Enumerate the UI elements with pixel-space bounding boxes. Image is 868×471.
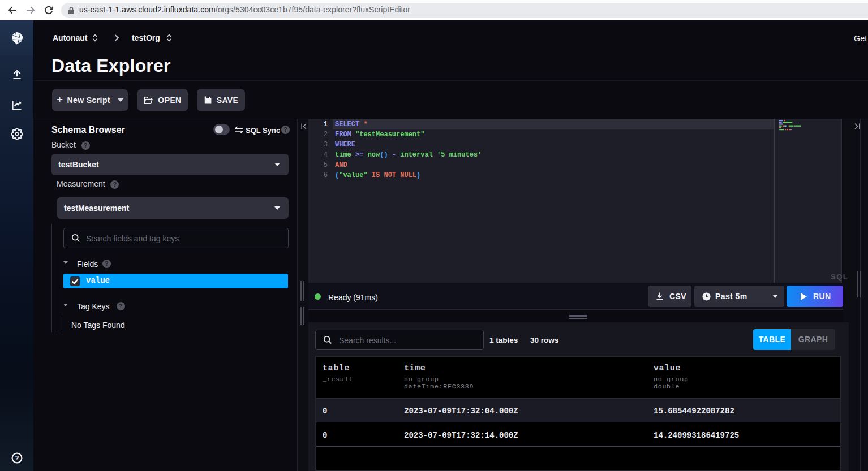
svg-text:?: ? [15, 455, 19, 461]
